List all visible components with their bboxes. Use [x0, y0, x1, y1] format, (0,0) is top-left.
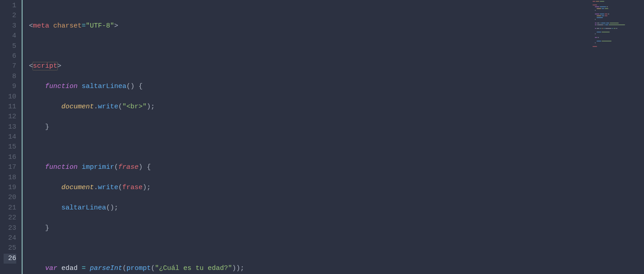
line-number: 20: [4, 193, 16, 203]
code-line[interactable]: function imprimir(frase) {: [29, 163, 644, 172]
code-line[interactable]: <meta charset="UTF-8">: [29, 21, 644, 31]
code-line[interactable]: [29, 42, 644, 51]
line-number: 2: [4, 11, 16, 21]
line-number: 21: [4, 203, 16, 213]
line-number: 6: [4, 51, 16, 61]
line-number: 4: [4, 31, 16, 41]
code-line[interactable]: }: [29, 122, 644, 132]
line-number: 13: [4, 122, 16, 132]
line-number: 9: [4, 82, 16, 92]
code-line[interactable]: <script>: [29, 61, 644, 71]
code-line[interactable]: document.write("<br>");: [29, 102, 644, 112]
line-number: 8: [4, 72, 16, 82]
line-number: 3: [4, 21, 16, 31]
line-number: 14: [4, 132, 16, 142]
line-number: 1: [4, 1, 16, 11]
code-editor[interactable]: 1234567891011121314151617181920212223242…: [0, 0, 644, 274]
code-line[interactable]: [29, 244, 644, 254]
line-number: 19: [4, 183, 16, 193]
line-number: 22: [4, 213, 16, 223]
line-number: 24: [4, 233, 16, 243]
code-line[interactable]: }: [29, 223, 644, 233]
code-line[interactable]: var edad = parseInt(prompt("¿Cuál es tu …: [29, 264, 644, 274]
line-number: 10: [4, 92, 16, 102]
line-number: 15: [4, 142, 16, 152]
line-number: 18: [4, 173, 16, 183]
code-line[interactable]: document.write(frase);: [29, 183, 644, 193]
code-line[interactable]: [29, 143, 644, 153]
line-number: 11: [4, 102, 16, 112]
line-number: 17: [4, 163, 16, 172]
code-line[interactable]: function saltarLinea() {: [29, 82, 644, 92]
line-number: 23: [4, 223, 16, 233]
line-number: 12: [4, 112, 16, 122]
code-line[interactable]: saltarLinea();: [29, 203, 644, 213]
line-number-gutter: 1234567891011121314151617181920212223242…: [0, 0, 23, 274]
line-number: 25: [4, 243, 16, 253]
line-number: 26: [4, 254, 16, 264]
code-area[interactable]: <meta charset="UTF-8"> <script> function…: [23, 0, 644, 274]
line-number: 7: [4, 61, 16, 71]
line-number: 5: [4, 42, 16, 51]
line-number: 16: [4, 153, 16, 163]
